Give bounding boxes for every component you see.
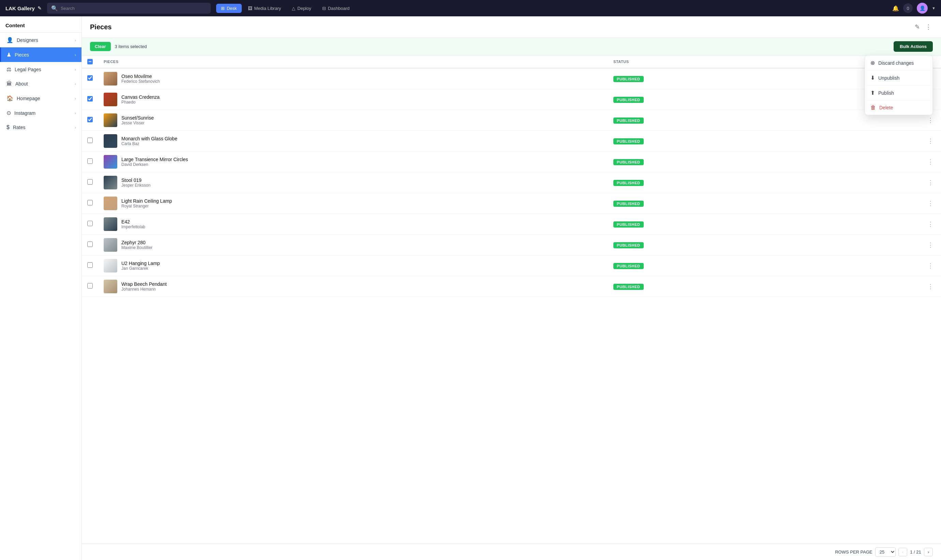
row-menu-button-8[interactable]: ⋮ [925, 220, 936, 229]
nav-right: 🔔 0 👤 ▼ [892, 3, 936, 14]
main-layout: Content 👤 Designers › ♟ Pieces › ⚖ Legal… [0, 16, 941, 560]
table-row: Oseo Movilme Federico Stefanovich PUBLIS… [82, 68, 941, 89]
row-checkbox-10[interactable] [87, 262, 93, 268]
row-menu-button-5[interactable]: ⋮ [925, 157, 936, 166]
row-checkbox-11[interactable] [87, 283, 93, 289]
row-piece-cell: Light Rain Ceiling Lamp Royal Stranger [98, 193, 608, 214]
row-menu-button-11[interactable]: ⋮ [925, 282, 936, 291]
row-status-cell: PUBLISHED [608, 89, 828, 110]
homepage-icon: 🏠 [6, 95, 13, 102]
page-header: Pieces ✎ ⋮ [82, 16, 941, 38]
piece-name-9[interactable]: Zephyr 280 [121, 240, 153, 245]
avatar[interactable]: 👤 [917, 3, 928, 14]
table-row: Zephyr 280 Maxime Boutillier PUBLISHED ⋮ [82, 235, 941, 255]
notification-icon[interactable]: 🔔 [892, 5, 899, 12]
sidebar-item-legal[interactable]: ⚖ Legal Pages › [0, 62, 82, 77]
piece-thumbnail-2 [103, 93, 117, 106]
piece-name-1[interactable]: Oseo Movilme [121, 74, 160, 79]
sidebar-item-about[interactable]: 🏛 About › [0, 77, 82, 91]
next-page-button[interactable]: › [924, 548, 933, 556]
sidebar-item-pieces[interactable]: ♟ Pieces › [0, 47, 82, 62]
user-badge[interactable]: 0 [903, 3, 913, 13]
row-status-cell: PUBLISHED [608, 255, 828, 276]
chevron-right-icon: › [75, 38, 76, 42]
piece-name-7[interactable]: Light Rain Ceiling Lamp [121, 198, 172, 204]
nav-tabs: ⊞ Desk 🖼 Media Library △ Deploy ⊟ Dashbo… [216, 4, 354, 13]
row-checkbox-5[interactable] [87, 158, 93, 164]
dropdown-publish[interactable]: ⬆ Publish [865, 86, 932, 100]
chevron-right-icon: › [75, 68, 76, 72]
row-status-cell: PUBLISHED [608, 131, 828, 152]
sidebar-item-instagram[interactable]: ⊙ Instagram › [0, 106, 82, 120]
search-input[interactable] [61, 6, 207, 11]
row-checkbox-7[interactable] [87, 200, 93, 205]
sidebar-item-rates[interactable]: $ Rates › [0, 120, 82, 135]
row-actions-cell: ⋮ [828, 152, 941, 172]
clear-button[interactable]: Clear [90, 42, 111, 51]
dropdown-delete[interactable]: 🗑 Delete [865, 100, 932, 115]
row-checkbox-9[interactable] [87, 242, 93, 247]
search-bar[interactable]: 🔍 [47, 3, 211, 14]
brand: LAK Gallery ✎ [5, 5, 42, 11]
row-checkbox-8[interactable] [87, 221, 93, 226]
row-menu-button-9[interactable]: ⋮ [925, 240, 936, 249]
about-icon: 🏛 [6, 81, 12, 87]
row-checkbox-6[interactable] [87, 179, 93, 185]
piece-thumbnail-10 [103, 259, 117, 272]
row-menu-button-6[interactable]: ⋮ [925, 178, 936, 187]
brand-edit-icon[interactable]: ✎ [37, 5, 42, 11]
page-info: 1 / 21 [910, 549, 921, 555]
row-actions-cell: ⋮ [828, 235, 941, 255]
sidebar-item-homepage[interactable]: 🏠 Homepage › [0, 91, 82, 106]
piece-author-1: Federico Stefanovich [121, 79, 160, 84]
piece-name-6[interactable]: Stool 019 [121, 177, 150, 183]
delete-icon: 🗑 [870, 105, 876, 111]
row-menu-button-7[interactable]: ⋮ [925, 199, 936, 208]
dropdown-unpublish[interactable]: ⬇ Unpublish [865, 71, 932, 85]
piece-thumbnail-3 [103, 114, 117, 127]
piece-name-4[interactable]: Monarch with Glass Globe [121, 136, 177, 142]
row-menu-button-4[interactable]: ⋮ [925, 137, 936, 145]
status-badge-7: PUBLISHED [613, 201, 644, 207]
row-checkbox-1[interactable] [87, 75, 93, 81]
page-edit-button[interactable]: ✎ [913, 22, 921, 32]
row-checkbox-4[interactable] [87, 138, 93, 143]
row-menu-button-3[interactable]: ⋮ [925, 116, 936, 125]
piece-name-10[interactable]: U2 Hanging Lamp [121, 261, 160, 266]
prev-page-button[interactable]: ‹ [898, 548, 907, 556]
rows-per-page-label: ROWS PER PAGE [835, 549, 873, 555]
rows-per-page-select[interactable]: 25 50 100 [875, 548, 896, 557]
nav-tab-media[interactable]: 🖼 Media Library [243, 4, 286, 13]
nav-tab-desk[interactable]: ⊞ Desk [216, 4, 242, 13]
dropdown-discard-changes[interactable]: ⊗ Discard changes [865, 55, 932, 70]
row-checkbox-3[interactable] [87, 117, 93, 122]
table-row: E42 Imperfettolab PUBLISHED ⋮ [82, 214, 941, 235]
chevron-right-active-icon: › [75, 53, 76, 57]
sidebar-item-designers[interactable]: 👤 Designers › [0, 33, 82, 47]
sidebar-header: Content [0, 16, 82, 33]
piece-name-2[interactable]: Canvas Credenza [121, 94, 160, 100]
row-checkbox-2[interactable] [87, 96, 93, 102]
piece-name-5[interactable]: Large Transience Mirror Circles [121, 157, 188, 162]
row-status-cell: PUBLISHED [608, 214, 828, 235]
piece-name-8[interactable]: E42 [121, 219, 145, 225]
row-menu-button-10[interactable]: ⋮ [925, 261, 936, 270]
row-piece-cell: U2 Hanging Lamp Jan Garncarek [98, 255, 608, 276]
page-more-button[interactable]: ⋮ [924, 22, 933, 32]
legal-icon: ⚖ [6, 66, 11, 72]
dashboard-icon: ⊟ [322, 6, 326, 11]
piece-thumbnail-7 [103, 197, 117, 210]
piece-name-3[interactable]: Sunset/Sunrise [121, 115, 154, 121]
pieces-icon: ♟ [6, 51, 11, 58]
avatar-chevron-icon[interactable]: ▼ [932, 6, 936, 10]
row-checkbox-cell [82, 255, 98, 276]
table-row: U2 Hanging Lamp Jan Garncarek PUBLISHED … [82, 255, 941, 276]
table-row: Monarch with Glass Globe Carla Baz PUBLI… [82, 131, 941, 152]
bulk-actions-button[interactable]: Bulk Actions [893, 41, 933, 52]
indeterminate-checkbox[interactable] [87, 59, 93, 65]
piece-name-11[interactable]: Wrap Beech Pendant [121, 282, 167, 287]
nav-tab-dashboard[interactable]: ⊟ Dashboard [318, 4, 355, 13]
row-status-cell: PUBLISHED [608, 235, 828, 255]
nav-tab-deploy[interactable]: △ Deploy [287, 4, 316, 13]
brand-name: LAK Gallery [5, 5, 35, 11]
